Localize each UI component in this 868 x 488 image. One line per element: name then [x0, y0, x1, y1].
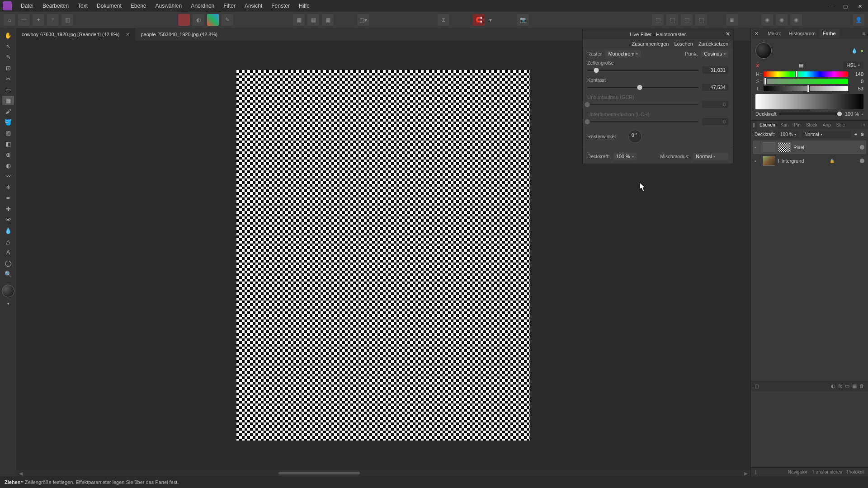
filter-opacity-select[interactable]: 100 %: [613, 153, 637, 160]
brush-tool[interactable]: 🖌: [2, 107, 14, 116]
layer-fx2-icon[interactable]: fx: [838, 383, 842, 389]
sat-slider[interactable]: [764, 79, 848, 84]
align-right-icon[interactable]: ⬚: [681, 14, 693, 26]
tab-stock[interactable]: Stock: [803, 121, 820, 129]
picker-eyedrop-icon[interactable]: 💧: [851, 48, 858, 54]
snap-icon[interactable]: 🧲: [473, 14, 485, 26]
menu-datei[interactable]: Datei: [16, 1, 38, 11]
horizontal-scrollbar-thumb[interactable]: [278, 472, 360, 474]
persona-liquify-icon[interactable]: 〰: [18, 14, 30, 26]
hue-value[interactable]: 140: [851, 71, 863, 77]
assets-icon[interactable]: ◉: [761, 14, 773, 26]
close-tab-1-icon[interactable]: ✕: [126, 32, 130, 38]
zoom-tool[interactable]: 🔍: [2, 269, 14, 278]
layer-fx-icon[interactable]: ✦: [854, 132, 858, 137]
text-tool[interactable]: A: [2, 248, 14, 257]
layers-menu-icon[interactable]: ≡: [860, 121, 868, 129]
layer-opacity-select[interactable]: 100 %: [778, 131, 799, 138]
layer-thumb-mask[interactable]: [763, 142, 775, 152]
pen-tool[interactable]: ✒: [2, 193, 14, 202]
layer-gear-icon[interactable]: ⚙: [860, 132, 864, 137]
punkt-select[interactable]: Cosinus: [701, 50, 728, 57]
layer-adj-icon[interactable]: ◐: [831, 383, 835, 389]
layer-delete-icon[interactable]: 🗑: [859, 383, 864, 389]
snap-dropdown-icon[interactable]: ▾: [487, 14, 494, 26]
color-opacity-slider[interactable]: [779, 113, 842, 115]
close-window-button[interactable]: ✕: [854, 2, 865, 11]
autocolor-icon[interactable]: [178, 14, 190, 26]
document-tab-1[interactable]: cowboy-67630_1920.jpg [Geändert] (42.8%)…: [16, 28, 135, 41]
layer-addpixel-icon[interactable]: ▦: [852, 383, 857, 389]
document-tab-2[interactable]: people-2583848_1920.jpg (42.8%): [135, 28, 222, 41]
selection-brush-tool[interactable]: ✂: [2, 74, 14, 83]
layer-visibility-hintergrund[interactable]: [860, 159, 864, 163]
tab-transformieren[interactable]: Transformieren: [812, 469, 842, 474]
filter-reset-button[interactable]: Zurücksetzen: [698, 41, 728, 47]
menu-auswaehlen[interactable]: Auswählen: [151, 1, 186, 11]
align-center-icon[interactable]: ⬚: [666, 14, 678, 26]
align-left-icon[interactable]: ⬚: [652, 14, 664, 26]
persona-export-icon[interactable]: ▥: [61, 14, 73, 26]
menu-anordnen[interactable]: Anordnen: [186, 1, 219, 11]
retouch-tool[interactable]: ✳: [2, 183, 14, 192]
panel-menu-icon[interactable]: ≡: [860, 31, 868, 36]
tab-anp[interactable]: Anp: [820, 121, 834, 129]
zellengroesse-slider[interactable]: [587, 70, 698, 71]
kontrast-value[interactable]: 47,534: [702, 84, 728, 91]
live-filter-close-icon[interactable]: ✕: [726, 31, 730, 37]
tab-ebenen[interactable]: Ebenen: [757, 121, 778, 129]
zellengroesse-value[interactable]: 31,031: [702, 66, 728, 74]
fill-tool[interactable]: 🪣: [2, 117, 14, 127]
layer-toggle-icon[interactable]: ▪: [755, 145, 760, 150]
shape-tool[interactable]: ◯: [2, 258, 14, 267]
tab-farbe[interactable]: Farbe: [819, 29, 840, 38]
minimize-button[interactable]: —: [826, 2, 836, 11]
selection-add-icon[interactable]: ▦: [293, 14, 305, 26]
sharpen-tool[interactable]: △: [2, 237, 14, 246]
tab-makro[interactable]: Makro: [764, 29, 785, 38]
smudge-tool[interactable]: 〰: [2, 172, 14, 181]
clone-tool[interactable]: ⊕: [2, 150, 14, 159]
heal-tool[interactable]: ✚: [2, 204, 14, 213]
layer-name-hintergrund[interactable]: Hintergrund: [778, 158, 804, 164]
tab-stile[interactable]: Stile: [834, 121, 848, 129]
menu-bearbeiten[interactable]: Bearbeiten: [38, 1, 73, 11]
filter-delete-button[interactable]: Löschen: [674, 41, 693, 47]
hue-slider[interactable]: [764, 71, 848, 77]
selection-int-icon[interactable]: ▦: [322, 14, 334, 26]
redeye-tool[interactable]: 👁: [2, 215, 14, 224]
collapse-panel-icon[interactable]: ✕: [752, 31, 761, 37]
layer-row-pixel[interactable]: ▪ Pixel: [753, 141, 866, 154]
crop-tool[interactable]: ⊡: [2, 63, 14, 72]
sat-value[interactable]: 0: [851, 79, 863, 84]
tab-kan[interactable]: Kan: [778, 121, 791, 129]
menu-text[interactable]: Text: [73, 1, 92, 11]
color-picker-tool[interactable]: ✎: [2, 52, 14, 61]
account-icon[interactable]: 👤: [853, 14, 864, 26]
tab-histogramm[interactable]: Histogramm: [785, 29, 819, 38]
filter-merge-button[interactable]: Zusammenlegen: [632, 41, 669, 47]
autolevels-icon[interactable]: ◐: [193, 14, 204, 26]
quickexport-icon[interactable]: 📷: [517, 14, 529, 26]
marquee-tool[interactable]: ▭: [2, 85, 14, 94]
assets3-icon[interactable]: ◉: [790, 14, 802, 26]
color-mode-select[interactable]: HSL: [843, 61, 863, 69]
layer-name-pixel[interactable]: Pixel: [793, 145, 804, 150]
tab-protokoll[interactable]: Protokoll: [847, 469, 864, 474]
menu-fenster[interactable]: Fenster: [267, 1, 294, 11]
lig-value[interactable]: 53: [851, 86, 863, 91]
tab-pin[interactable]: Pin: [791, 121, 803, 129]
swap-colors[interactable]: ▾: [2, 299, 14, 308]
layer-thumb-hintergrund[interactable]: [763, 156, 775, 166]
hand-tool[interactable]: ✋: [2, 31, 14, 40]
menu-ansicht[interactable]: Ansicht: [240, 1, 267, 11]
tab-navigator[interactable]: Navigator: [788, 469, 807, 474]
menu-ebene[interactable]: Ebene: [126, 1, 151, 11]
persona-photo-icon[interactable]: ⌂: [4, 14, 15, 26]
layer-row-hintergrund[interactable]: ▪ Hintergrund 🔒: [753, 154, 866, 168]
menu-filter[interactable]: Filter: [219, 1, 240, 11]
crop-icon[interactable]: ◫▾: [357, 14, 369, 26]
autowb-icon[interactable]: ✎: [222, 14, 233, 26]
selection-sub-icon[interactable]: ▦: [307, 14, 319, 26]
persona-tone-icon[interactable]: ≡: [47, 14, 59, 26]
